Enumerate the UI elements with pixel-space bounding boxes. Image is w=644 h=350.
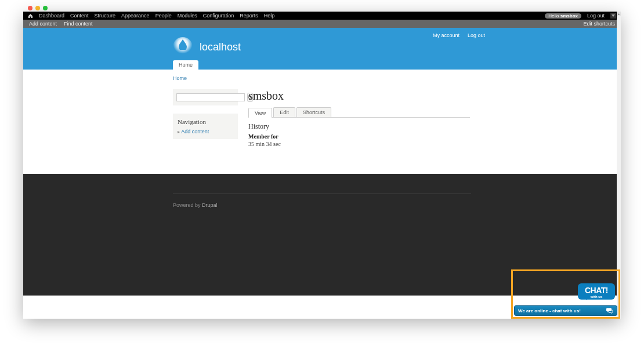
admin-menu-reports[interactable]: Reports (240, 13, 258, 19)
browser-window: Dashboard Content Structure Appearance P… (23, 12, 621, 319)
powered-by-link[interactable]: Drupal (202, 202, 218, 208)
breadcrumb-home[interactable]: Home (173, 75, 187, 81)
drupal-logo-icon[interactable] (173, 37, 193, 57)
admin-menu-help[interactable]: Help (264, 13, 275, 19)
hello-user-badge[interactable]: Hello smsbox (545, 13, 581, 19)
chat-bubble-big: CHAT! (581, 286, 612, 295)
my-account-link[interactable]: My account (433, 32, 460, 38)
primary-tab-home[interactable]: Home (173, 60, 198, 70)
nav-link-add-content[interactable]: Add content (181, 129, 209, 134)
admin-menu-people[interactable]: People (155, 13, 172, 19)
mac-window-dots (28, 6, 48, 10)
member-for-label: Member for (248, 133, 470, 140)
page-title: smsbox (248, 89, 470, 103)
footer-divider (173, 194, 471, 194)
header-user-links: My account Log out (433, 32, 485, 38)
admin-menu-dashboard[interactable]: Dashboard (39, 13, 64, 19)
chat-bar-text: We are online - chat with us! (518, 308, 581, 313)
admin-menu-structure[interactable]: Structure (95, 13, 116, 19)
admin-menu-modules[interactable]: Modules (178, 13, 197, 19)
site-name[interactable]: localhost (200, 41, 241, 53)
member-for-value: 35 min 34 sec (248, 141, 470, 147)
shortcut-find-content[interactable]: Find content (64, 21, 93, 27)
admin-toolbar: Dashboard Content Structure Appearance P… (23, 12, 621, 20)
admin-menu-configuration[interactable]: Configuration (203, 13, 234, 19)
scrollbar[interactable]: ▴ (617, 12, 621, 319)
admin-menu-content[interactable]: Content (70, 13, 89, 19)
edit-shortcuts[interactable]: Edit shortcuts (583, 21, 615, 27)
site-footer: Powered by Drupal (23, 174, 621, 296)
search-block (173, 89, 238, 105)
home-icon[interactable] (28, 13, 33, 19)
tab-view[interactable]: View (248, 108, 272, 118)
shortcut-bar: Add content Find content Edit shortcuts (23, 20, 621, 28)
page-body: Home Navigation Add content smsbo (23, 70, 621, 174)
breadcrumb: Home (173, 75, 621, 81)
main-content: smsbox View Edit Shortcuts History Membe… (248, 89, 621, 147)
site-header: My account Log out localhost Home (23, 28, 621, 70)
chat-bubble-small: with us (581, 295, 612, 298)
scroll-up-icon[interactable]: ▴ (617, 12, 621, 16)
navigation-block: Navigation Add content (173, 114, 238, 139)
shortcut-add-content[interactable]: Add content (29, 21, 57, 27)
tab-edit[interactable]: Edit (273, 107, 295, 117)
admin-logout[interactable]: Log out (587, 13, 605, 19)
chat-bar[interactable]: We are online - chat with us! (514, 305, 617, 316)
search-input[interactable] (176, 93, 245, 101)
chat-icon (606, 307, 613, 314)
tab-shortcuts[interactable]: Shortcuts (296, 107, 331, 117)
header-logout-link[interactable]: Log out (468, 32, 485, 38)
nav-item-add-content: Add content (178, 129, 233, 134)
navigation-title: Navigation (178, 118, 233, 125)
admin-menu-appearance[interactable]: Appearance (121, 13, 150, 19)
powered-by: Powered by Drupal (173, 202, 471, 208)
chat-bubble[interactable]: CHAT! with us (578, 283, 615, 300)
admin-caret-icon[interactable] (610, 13, 616, 19)
history-heading: History (248, 122, 470, 131)
content-tabs: View Edit Shortcuts (248, 107, 470, 118)
sidebar: Navigation Add content (173, 89, 238, 147)
